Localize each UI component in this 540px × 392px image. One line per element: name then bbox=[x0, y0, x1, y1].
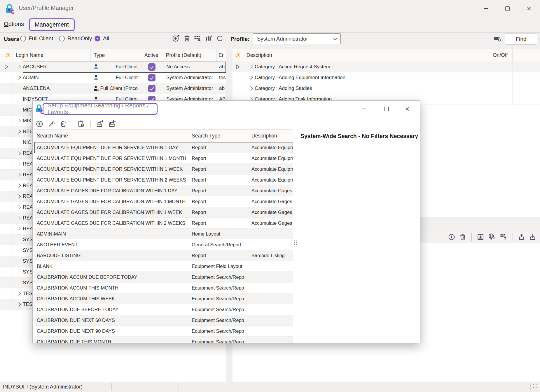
table-row[interactable]: ACCUMULATE GAGES DUE FOR CALIBRATION WIT… bbox=[34, 207, 293, 218]
radio-full-client[interactable]: Full Client bbox=[20, 35, 53, 42]
description-cell: Accumulate Equipm bbox=[248, 175, 293, 185]
column-header-login-name[interactable]: Login Name bbox=[13, 49, 91, 62]
active-checkbox[interactable] bbox=[148, 85, 155, 92]
delete-user-button[interactable] bbox=[183, 34, 191, 43]
table-row[interactable]: ACCUMULATE GAGES DUE FOR CALIBRATION WIT… bbox=[34, 218, 293, 229]
add-user-button[interactable] bbox=[172, 34, 180, 43]
import-button[interactable] bbox=[529, 233, 536, 241]
paste-button[interactable] bbox=[77, 120, 85, 128]
description-cell: Accumulate Equipm bbox=[248, 164, 293, 174]
globe-text-button[interactable]: ab bbox=[488, 233, 496, 241]
add-search-button[interactable] bbox=[36, 120, 43, 128]
table-row[interactable]: ACCUMULATE EQUIPMENT DUE FOR SERVICE WIT… bbox=[34, 175, 293, 185]
search-type-cell: Equipment Search/Repo bbox=[188, 326, 248, 336]
table-row[interactable]: CALIBRATION ACCUM DUE BEFORE TODAYEquipm… bbox=[34, 272, 293, 283]
status-divider bbox=[530, 383, 531, 391]
grid-filter-button[interactable] bbox=[499, 233, 508, 241]
search-name-value: CALIBRATION ACCUM THIS MONTH bbox=[37, 285, 118, 291]
separator bbox=[513, 233, 513, 241]
table-row[interactable]: ADMINFull ClientSystem Administratortes bbox=[0, 72, 226, 83]
table-row[interactable]: CALIBRATION ACCUM THIS WEEKEquipment Sea… bbox=[34, 293, 293, 304]
column-header-description[interactable]: Description bbox=[248, 130, 293, 142]
delete-button[interactable] bbox=[459, 233, 466, 241]
table-row[interactable]: CALIBRATION DUE NEXT 90 DAYSEquipment Se… bbox=[34, 326, 293, 337]
column-header-active[interactable]: Active bbox=[140, 49, 163, 62]
radio-readonly[interactable]: ReadOnly bbox=[59, 35, 92, 42]
description-cell bbox=[248, 239, 293, 250]
add-columns-button[interactable] bbox=[204, 34, 213, 43]
card-refresh-icon-button[interactable] bbox=[493, 34, 502, 43]
table-row[interactable]: ANGELENAFull Client (PincoSystem Adminis… bbox=[0, 83, 226, 94]
resize-grip[interactable] bbox=[533, 384, 539, 389]
radio-all-label: All bbox=[103, 35, 109, 42]
column-header-description[interactable]: Description bbox=[243, 49, 488, 62]
table-row[interactable]: ACCUMULATE GAGES DUE FOR CALIBRATION WIT… bbox=[34, 196, 293, 207]
active-checkbox[interactable] bbox=[148, 74, 155, 81]
column-header-search-type[interactable]: Search Type bbox=[188, 130, 248, 142]
table-row[interactable]: Category : Adding Equipment Information bbox=[233, 72, 540, 83]
row-gutter bbox=[0, 213, 13, 223]
active-cell bbox=[140, 83, 163, 94]
search-name-value: ACCUMULATE GAGES DUE FOR CALIBRATION WIT… bbox=[37, 199, 186, 204]
dialog-close-button[interactable]: × bbox=[401, 104, 413, 114]
search-name-value: CALIBRATION ACCUM THIS WEEK bbox=[37, 296, 115, 302]
description-cell bbox=[248, 229, 293, 239]
profile-select[interactable]: System Administrator bbox=[253, 33, 341, 44]
column-header-type[interactable]: Type bbox=[91, 49, 140, 62]
table-row[interactable]: ACCUMULATE GAGES DUE FOR CALIBRATION WIT… bbox=[34, 185, 293, 196]
menu-options[interactable]: Options bbox=[4, 21, 24, 27]
column-header-email[interactable]: Er bbox=[217, 49, 226, 62]
search-name-value: ACCUMULATE GAGES DUE FOR CALIBRATION WIT… bbox=[37, 210, 182, 215]
table-row[interactable]: CALIBRATION ACCUM THIS MONTHEquipment Se… bbox=[34, 283, 293, 293]
search-type-cell: Report bbox=[188, 207, 248, 217]
table-row[interactable]: CALIBRATION DUE BEFORE TODAYEquipment Se… bbox=[34, 304, 293, 315]
delete-search-button[interactable] bbox=[60, 120, 67, 128]
refresh-button[interactable] bbox=[215, 34, 224, 43]
table-row[interactable]: ACCUMULATE EQUIPMENT DUE FOR SERVICE WIT… bbox=[34, 142, 293, 153]
radio-all[interactable]: All bbox=[95, 35, 109, 42]
table-row[interactable]: CALIBRATION DUE NEXT 60 DAYSEquipment Se… bbox=[34, 315, 293, 326]
email-cell: tes bbox=[217, 72, 227, 83]
table-row[interactable]: BARCODE LISTINGReportBarcode Listing bbox=[34, 250, 293, 261]
splitter-handle[interactable] bbox=[294, 240, 298, 246]
magic-wand-button[interactable] bbox=[48, 120, 55, 128]
dialog-minimize-button[interactable] bbox=[358, 104, 370, 114]
close-icon: × bbox=[405, 106, 409, 112]
maximize-button[interactable] bbox=[501, 3, 514, 14]
description-value: Accumulate Gages bbox=[251, 188, 292, 194]
table-row[interactable]: Category : Action Request System bbox=[233, 62, 540, 72]
close-button[interactable]: × bbox=[522, 3, 536, 14]
minimize-button[interactable] bbox=[479, 3, 492, 14]
import-search-button[interactable] bbox=[108, 120, 117, 128]
table-row[interactable]: CALIBRATION DUE THIS MONTHEquipment Sear… bbox=[34, 337, 293, 343]
assign-users-grid-button[interactable] bbox=[193, 34, 202, 43]
column-chooser-button[interactable] bbox=[233, 49, 243, 62]
column-chooser-button[interactable] bbox=[0, 49, 13, 62]
table-row[interactable]: ACCUMULATE EQUIPMENT DUE FOR SERVICE WIT… bbox=[34, 164, 293, 175]
description-value: Category : Action Request System bbox=[255, 64, 330, 70]
table-row[interactable]: ANOTHER EVENTGeneral Search/Report bbox=[34, 239, 293, 250]
active-checkbox[interactable] bbox=[148, 63, 155, 71]
export-button[interactable] bbox=[518, 233, 525, 241]
table-row[interactable]: ACCUMULATE EQUIPMENT DUE FOR SERVICE WIT… bbox=[34, 153, 293, 164]
export-search-button[interactable] bbox=[96, 120, 104, 128]
table-row[interactable]: ABCUSERFull ClientNo Accessab bbox=[0, 62, 226, 72]
search-type-cell: Report bbox=[188, 218, 248, 228]
table-row[interactable]: ADMIN-MAINHome Layout bbox=[34, 229, 293, 239]
person-card-button[interactable] bbox=[477, 233, 484, 241]
table-row[interactable]: Category : Adding Studies bbox=[233, 83, 540, 94]
add-button[interactable] bbox=[448, 233, 455, 241]
menu-management[interactable]: Management bbox=[29, 18, 75, 31]
column-header-onoff[interactable]: On/Off bbox=[488, 49, 513, 62]
search-type-cell: Equipment Search/Repo bbox=[188, 315, 248, 325]
chevron-slot bbox=[15, 119, 23, 122]
row-gutter bbox=[233, 83, 243, 94]
column-header-search-name[interactable]: Search Name bbox=[34, 130, 188, 142]
description-cell bbox=[248, 293, 293, 304]
login-name: REA bbox=[23, 194, 33, 199]
dialog-maximize-button[interactable] bbox=[380, 104, 392, 114]
row-gutter bbox=[0, 202, 13, 212]
table-row[interactable]: BLANKEquipment Field Layout bbox=[34, 261, 293, 272]
find-button[interactable]: Find bbox=[505, 33, 537, 45]
column-header-profile[interactable]: Profile (Default) bbox=[163, 49, 217, 62]
